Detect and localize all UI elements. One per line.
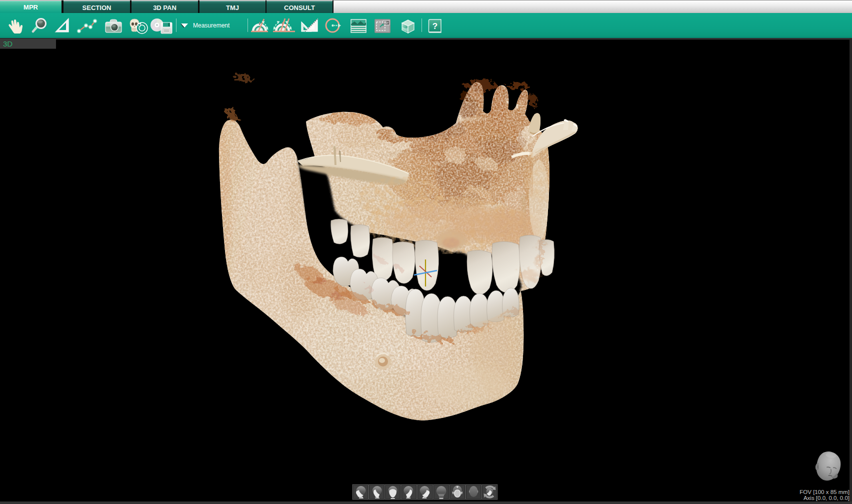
- svg-text:FOV [100 x 85 mm]: FOV [100 x 85 mm]: [800, 489, 850, 495]
- svg-text:Axis [0.0, 0.0, 0.0]: Axis [0.0, 0.0, 0.0]: [804, 495, 850, 501]
- svg-text:3D: 3D: [3, 40, 12, 48]
- svg-text:?: ?: [432, 22, 438, 31]
